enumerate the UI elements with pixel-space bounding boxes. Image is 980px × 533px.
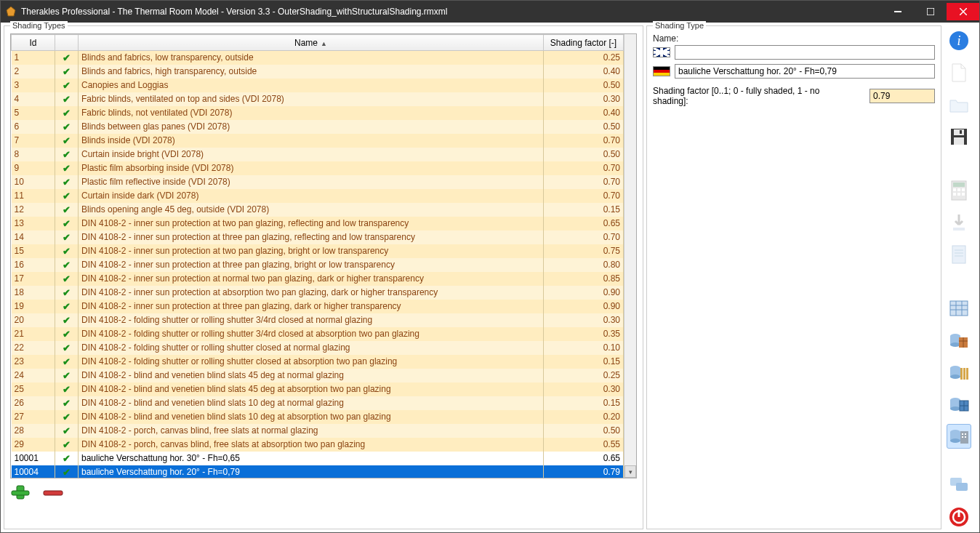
table-row[interactable]: 4✔Fabric blinds, ventilated on top and s… <box>12 92 624 106</box>
check-icon: ✔ <box>63 66 71 77</box>
cell-factor: 0.70 <box>544 231 624 244</box>
cell-name: DIN 4108-2 - inner sun protection at thr… <box>79 258 544 272</box>
cell-factor: 0.65 <box>544 452 624 465</box>
table-row[interactable]: 7✔Blinds inside (VDI 2078)0.70 <box>12 134 624 148</box>
table-row[interactable]: 10001✔bauliche Verschattung hor. 30° - F… <box>12 452 624 465</box>
database-window-button[interactable] <box>947 392 971 417</box>
table-row[interactable]: 6✔Blinds between glas panes (VDI 2078)0.… <box>12 120 624 134</box>
shading-factor-input[interactable] <box>869 89 935 103</box>
scroll-down-icon[interactable]: ▾ <box>624 465 636 478</box>
name-de-input[interactable] <box>675 64 935 79</box>
table-row[interactable]: 19✔DIN 4108-2 - inner sun protection at … <box>12 300 624 313</box>
shading-types-table[interactable]: Id Name▲ Shading factor [-] 1✔Blinds and… <box>11 34 624 478</box>
database-wall-button[interactable] <box>947 328 971 353</box>
table-row[interactable]: 2✔Blinds and fabrics, high transparency,… <box>12 65 624 79</box>
cell-id: 4 <box>12 92 55 106</box>
table-row[interactable]: 26✔DIN 4108-2 - blind and venetien blind… <box>12 396 624 410</box>
table-row[interactable]: 18✔DIN 4108-2 - inner sun protection at … <box>12 286 624 300</box>
svg-rect-6 <box>12 491 29 495</box>
table-row[interactable]: 27✔DIN 4108-2 - blind and venetien blind… <box>12 410 624 424</box>
cell-factor: 0.30 <box>544 92 624 106</box>
table-row[interactable]: 21✔DIN 4108-2 - folding shutter or rolli… <box>12 327 624 341</box>
save-button[interactable] <box>947 124 971 149</box>
add-row-button[interactable] <box>10 484 31 500</box>
table-row[interactable]: 13✔DIN 4108-2 - inner sun protection at … <box>12 217 624 231</box>
table-row[interactable]: 29✔DIN 4108-2 - porch, canvas blind, fre… <box>12 438 624 452</box>
cell-check: ✔ <box>55 410 79 424</box>
table-row[interactable]: 1✔Blinds and fabrics, low transparency, … <box>12 51 624 65</box>
shading-types-table-wrap: Id Name▲ Shading factor [-] 1✔Blinds and… <box>10 33 637 478</box>
left-group-label: Shading Types <box>10 21 68 30</box>
table-row[interactable]: 12✔Blinds opening angle 45 deg, outside … <box>12 203 624 217</box>
cell-id: 23 <box>12 355 55 369</box>
power-button[interactable] <box>947 505 971 529</box>
cell-name: Blinds opening angle 45 deg, outside (VD… <box>79 203 544 217</box>
check-icon: ✔ <box>63 52 71 63</box>
table-row[interactable]: 20✔DIN 4108-2 - folding shutter or rolli… <box>12 313 624 327</box>
table-row[interactable]: 10004✔bauliche Verschattung hor. 20° - F… <box>12 465 624 478</box>
table-row[interactable]: 22✔DIN 4108-2 - folding shutter or rolli… <box>12 341 624 355</box>
check-icon: ✔ <box>63 149 71 160</box>
cell-id: 17 <box>12 272 55 286</box>
col-id[interactable]: Id <box>12 35 55 51</box>
cell-factor: 0.70 <box>544 161 624 175</box>
calculator-button[interactable] <box>947 178 971 203</box>
database-building-button[interactable] <box>947 424 971 449</box>
name-en-input[interactable] <box>675 45 935 60</box>
database-columns-button[interactable] <box>947 360 971 385</box>
shading-type-detail-panel: Shading Type Name: Shading factor [0..1;… <box>646 25 941 529</box>
remove-row-button[interactable] <box>42 484 64 500</box>
check-icon: ✔ <box>63 453 71 464</box>
table-row[interactable]: 15✔DIN 4108-2 - inner sun protection at … <box>12 244 624 258</box>
check-icon: ✔ <box>63 329 71 340</box>
cell-check: ✔ <box>55 106 79 120</box>
vertical-scrollbar[interactable]: ▾ <box>624 34 636 478</box>
table-row[interactable]: 23✔DIN 4108-2 - folding shutter or rolli… <box>12 355 624 369</box>
download-button[interactable] <box>947 210 971 235</box>
col-name[interactable]: Name▲ <box>79 35 544 51</box>
cell-check: ✔ <box>55 134 79 148</box>
svg-rect-13 <box>960 130 962 134</box>
check-icon: ✔ <box>63 163 71 174</box>
check-icon: ✔ <box>63 315 71 326</box>
table-row[interactable]: 24✔DIN 4108-2 - blind and venetien blind… <box>12 369 624 382</box>
open-file-button[interactable] <box>947 92 971 117</box>
name-label: Name: <box>653 33 935 44</box>
svg-rect-23 <box>952 246 965 263</box>
table-row[interactable]: 3✔Canopies and Loggias0.50 <box>12 79 624 92</box>
cell-check: ✔ <box>55 327 79 341</box>
table-row[interactable]: 8✔Curtain inside bright (VDI 2078)0.50 <box>12 148 624 161</box>
close-button[interactable] <box>947 3 979 20</box>
maximize-button[interactable] <box>914 3 947 20</box>
cell-id: 27 <box>12 410 55 424</box>
cell-id: 22 <box>12 341 55 355</box>
col-factor[interactable]: Shading factor [-] <box>544 35 624 51</box>
svg-marker-0 <box>7 7 15 16</box>
cell-factor: 0.50 <box>544 120 624 134</box>
minimize-button[interactable] <box>881 3 914 20</box>
table-row[interactable]: 28✔DIN 4108-2 - porch, canvas blind, fre… <box>12 424 624 438</box>
table-row[interactable]: 10✔Plastic film reflective inside (VDI 2… <box>12 175 624 189</box>
report-button[interactable] <box>947 242 971 267</box>
table-row[interactable]: 9✔Plastic film absorbing inside (VDI 207… <box>12 161 624 175</box>
table-row[interactable]: 5✔Fabric blinds, not ventilated (VDI 207… <box>12 106 624 120</box>
chat-button[interactable] <box>947 473 971 497</box>
cell-check: ✔ <box>55 300 79 313</box>
check-icon: ✔ <box>63 232 71 243</box>
grid-view-button[interactable] <box>947 296 971 321</box>
cell-factor: 0.35 <box>544 327 624 341</box>
table-row[interactable]: 16✔DIN 4108-2 - inner sun protection at … <box>12 258 624 272</box>
svg-rect-18 <box>962 188 965 191</box>
table-row[interactable]: 17✔DIN 4108-2 - inner sun protection at … <box>12 272 624 286</box>
new-file-button[interactable] <box>947 60 971 85</box>
cell-factor: 0.40 <box>544 106 624 120</box>
info-button[interactable]: i <box>947 28 971 53</box>
check-icon: ✔ <box>63 467 71 478</box>
table-row[interactable]: 25✔DIN 4108-2 - blind and venetien blind… <box>12 382 624 396</box>
check-icon: ✔ <box>63 218 71 229</box>
table-row[interactable]: 14✔DIN 4108-2 - inner sun protection at … <box>12 231 624 244</box>
check-icon: ✔ <box>63 204 71 215</box>
cell-check: ✔ <box>55 465 79 478</box>
table-row[interactable]: 11✔Curtain inside dark (VDI 2078)0.70 <box>12 189 624 203</box>
col-check[interactable] <box>55 35 79 51</box>
